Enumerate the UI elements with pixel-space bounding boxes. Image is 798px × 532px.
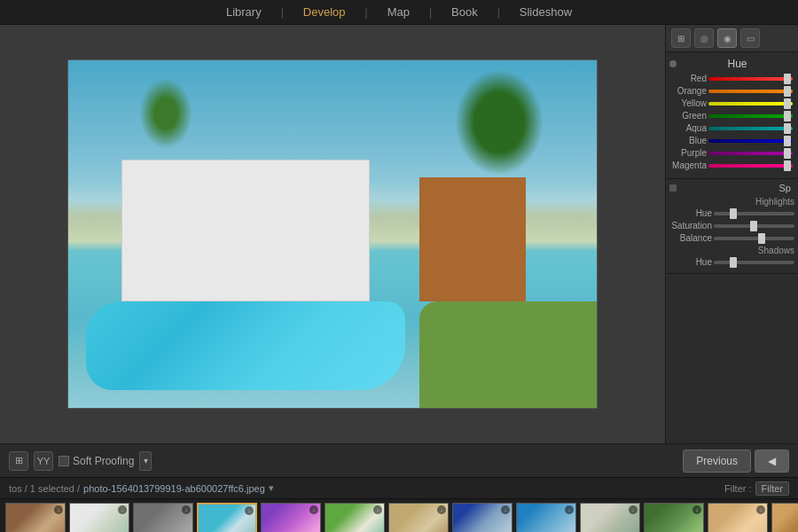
hue-thumb-yellow[interactable] [784, 98, 791, 109]
filename-arrow: ▾ [269, 482, 274, 494]
hue-thumb-aqua[interactable] [784, 123, 791, 134]
top-navigation: Library | Develop | Map | Book | Slidesh… [0, 0, 798, 25]
main-image [67, 59, 598, 409]
hue-thumb-red[interactable] [784, 74, 791, 84]
nav-library[interactable]: Library [223, 5, 265, 19]
hue-slider-red[interactable] [708, 77, 793, 81]
hue-label-yellow: Yellow [669, 98, 707, 108]
film-thumb-3[interactable]: ↓ [133, 503, 193, 533]
hue-label-orange: Orange [669, 86, 707, 96]
film-thumb-9[interactable]: ↓ [516, 503, 576, 533]
main-area: ⊞ ◎ ◉ ▭ Hue Red Orange [0, 25, 798, 443]
status-bar: tos / 1 selected / photo-1564013799919-a… [0, 477, 798, 498]
film-thumb-7[interactable]: ↓ [388, 503, 449, 533]
toolbar-left: ⊞ YY Soft Proofing ▾ [9, 451, 676, 471]
palm-left [139, 78, 192, 149]
next-button[interactable]: ◀ [755, 450, 789, 473]
hue-row-green: Green [669, 111, 794, 121]
sp-dot [669, 184, 677, 192]
thumb-icon-10: ↓ [629, 505, 638, 514]
tool-icons-row: ⊞ ◎ ◉ ▭ [666, 25, 798, 52]
sp-slider-hue[interactable] [714, 212, 794, 215]
sp-balance-label: Balance [669, 233, 712, 243]
film-thumb-12[interactable]: ↓ [708, 503, 768, 533]
hue-label-green: Green [669, 111, 707, 121]
hue-label-aqua: Aqua [669, 123, 707, 133]
hue-thumb-magenta[interactable] [784, 160, 791, 171]
filmstrip: ↓ ↓ ↓ ↓ ↓ ↓ ↓ ↓ ↓ ↓ ↓ ↓ [0, 498, 798, 532]
soft-proofing-label: Soft Proofing [73, 455, 134, 467]
toolbar-icon-2[interactable]: YY [34, 451, 53, 471]
filename-link[interactable]: photo-1564013799919-ab600027ffc6.jpeg [83, 483, 265, 494]
sp-slider-shadows-hue[interactable] [714, 261, 794, 264]
sp-section: Sp Highlights Hue Saturation Balance [666, 179, 798, 274]
nav-sep-3: | [429, 6, 432, 19]
nav-develop[interactable]: Develop [300, 5, 349, 19]
sp-saturation-label: Saturation [669, 221, 712, 231]
film-thumb-13[interactable] [771, 503, 798, 533]
nav-book[interactable]: Book [448, 5, 481, 19]
thumb-icon-4: ↓ [245, 506, 254, 515]
nav-map[interactable]: Map [384, 5, 413, 19]
sp-thumb-saturation[interactable] [750, 221, 757, 231]
thumb-icon-9: ↓ [565, 505, 574, 514]
pool [86, 301, 405, 390]
sp-thumb-hue[interactable] [730, 208, 737, 219]
hue-slider-magenta[interactable] [708, 164, 793, 168]
film-thumb-10[interactable]: ↓ [580, 503, 640, 533]
thumb-icon-2: ↓ [118, 505, 127, 514]
hue-row-purple: Purple [669, 148, 794, 158]
hue-thumb-purple[interactable] [784, 148, 791, 159]
sp-slider-saturation[interactable] [714, 224, 794, 228]
house-main [121, 160, 370, 301]
toolbar-dropdown[interactable]: ▾ [139, 451, 152, 471]
image-area [0, 25, 665, 443]
film-thumb-11[interactable]: ↓ [644, 503, 704, 533]
film-thumb-5[interactable]: ↓ [261, 503, 321, 533]
soft-proofing-checkbox[interactable] [59, 456, 69, 466]
dot-tool-icon[interactable]: ◉ [717, 28, 737, 48]
sp-header: Sp [669, 183, 794, 193]
hue-slider-aqua[interactable] [708, 127, 793, 130]
hue-thumb-green[interactable] [784, 111, 791, 121]
sp-thumb-balance[interactable] [758, 233, 765, 244]
hue-slider-green[interactable] [708, 114, 793, 118]
toolbar-icon-1[interactable]: ⊞ [9, 451, 28, 471]
film-thumb-4[interactable]: ↓ [197, 503, 257, 533]
hue-slider-blue[interactable] [708, 139, 793, 143]
highlights-label: Highlights [669, 197, 794, 207]
nav-sep-2: | [365, 6, 368, 19]
hue-thumb-orange[interactable] [784, 86, 791, 97]
hue-slider-orange[interactable] [708, 90, 793, 93]
hue-row-aqua: Aqua [669, 123, 794, 133]
thumb-icon-3: ↓ [182, 505, 191, 514]
shadows-label: Shadows [669, 246, 794, 255]
rect-tool-icon[interactable]: ▭ [740, 28, 760, 48]
hue-section-title: Hue [680, 58, 794, 70]
previous-button[interactable]: Previous [683, 450, 751, 473]
lawn [419, 301, 597, 408]
film-thumb-1[interactable]: ↓ [5, 503, 66, 533]
right-panel: ⊞ ◎ ◉ ▭ Hue Red Orange [665, 25, 798, 443]
hue-slider-yellow[interactable] [708, 102, 793, 106]
hue-slider-purple[interactable] [708, 152, 793, 155]
nav-slideshow[interactable]: Slideshow [516, 5, 575, 19]
sp-thumb-shadows-hue[interactable] [730, 257, 737, 268]
hue-row-orange: Orange [669, 86, 794, 96]
hue-label-purple: Purple [669, 148, 707, 158]
nav-sep-4: | [497, 6, 500, 19]
film-thumb-6[interactable]: ↓ [325, 503, 385, 533]
film-thumb-2[interactable]: ↓ [69, 503, 129, 533]
sp-row-shadows-hue: Hue [669, 257, 794, 267]
filter-button[interactable]: Filter [755, 481, 789, 496]
sp-slider-balance[interactable] [714, 237, 794, 240]
grid-tool-icon[interactable]: ⊞ [671, 28, 691, 48]
hue-label-red: Red [669, 74, 707, 83]
nav-sep-1: | [281, 6, 284, 19]
circle-tool-icon[interactable]: ◎ [694, 28, 714, 48]
thumb-icon-7: ↓ [437, 505, 446, 514]
hue-row-red: Red [669, 74, 794, 83]
palm-right [455, 69, 544, 176]
hue-thumb-blue[interactable] [784, 136, 791, 146]
film-thumb-8[interactable]: ↓ [452, 503, 512, 533]
